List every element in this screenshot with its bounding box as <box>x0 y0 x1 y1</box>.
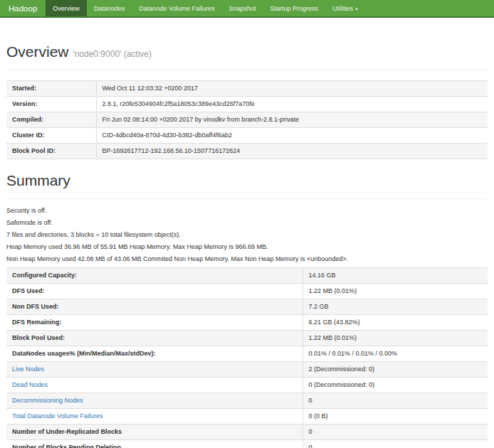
namenode-address-subtitle: 'node0:9000' (active) <box>73 49 152 59</box>
table-row-non-dfs-used: Non DFS Used: 7.2 GB <box>6 299 488 315</box>
row-value: 0.01% / 0.01% / 0.01% / 0.00% <box>303 346 488 362</box>
row-value: CID-4dbcd40a-870d-4d30-b382-db0aff4f6ab2 <box>96 128 488 144</box>
table-row-live-nodes: Live Nodes 2 (Decommissioned: 0) <box>6 362 488 378</box>
table-row-decommissioning-nodes: Decommissioning Nodes 0 <box>6 393 488 409</box>
table-row-dead-nodes: Dead Nodes 0 (Decommissioned: 0) <box>6 378 488 393</box>
tab-utilities-label: Utilities <box>332 5 353 12</box>
row-value: 2.8.1, r20fe5304904fc2f5a18053c389e43cd2… <box>96 97 488 112</box>
row-value: Fri Jun 02 08:14:00 +0200 2017 by vinodk… <box>96 112 488 128</box>
divider <box>6 70 488 70</box>
top-navbar: Hadoop Overview Datanodes Datanode Volum… <box>0 0 494 18</box>
live-nodes-link[interactable]: Live Nodes <box>12 366 44 373</box>
summary-heading: Summary <box>6 172 488 189</box>
row-label: Block Pool ID: <box>6 144 96 159</box>
row-value: 1.22 MB (0.01%) <box>303 331 488 346</box>
safemode-status-text: Safemode is off. <box>6 219 488 227</box>
summary-title: Summary <box>6 172 70 188</box>
heap-memory-text: Heap Memory used 36.96 MB of 55.91 MB He… <box>6 243 488 251</box>
row-value: 0 (Decommissioned: 0) <box>303 378 488 393</box>
row-label: Total Datanode Volume Failures <box>6 409 303 425</box>
overview-info-table: Started: Wed Oct 11 12:03:32 +0200 2017 … <box>6 80 488 159</box>
row-value: 0 <box>303 440 488 448</box>
table-row-block-pool-used: Block Pool Used: 1.22 MB (0.01%) <box>6 331 488 346</box>
row-value: 0 (0 B) <box>303 409 488 425</box>
row-label: Started: <box>6 81 96 97</box>
row-label: Compiled: <box>6 112 96 128</box>
caret-down-icon: ▾ <box>355 6 358 11</box>
total-datanode-volume-failures-link[interactable]: Total Datanode Volume Failures <box>12 412 103 420</box>
row-value: 7.2 GB <box>303 299 488 315</box>
row-label: Number of Under-Replicated Blocks <box>6 425 303 440</box>
brand-hadoop[interactable]: Hadoop <box>6 0 46 16</box>
row-value: 6.21 GB (43.82%) <box>303 315 488 331</box>
decommissioning-nodes-link[interactable]: Decommissioning Nodes <box>12 397 83 404</box>
tab-overview[interactable]: Overview <box>46 0 87 16</box>
tab-datanode-volume-failures[interactable]: Datanode Volume Failures <box>132 0 221 16</box>
table-row-block-pool-id: Block Pool ID: BP-1692617712-192.168.56.… <box>6 144 488 159</box>
row-value: 0 <box>303 425 488 440</box>
row-label: DFS Remaining: <box>6 315 303 331</box>
tab-startup-progress[interactable]: Startup Progress <box>263 0 325 16</box>
row-value: 0 <box>303 393 488 409</box>
row-label: Number of Blocks Pending Deletion <box>6 440 303 448</box>
table-row-compiled: Compiled: Fri Jun 02 08:14:00 +0200 2017… <box>6 112 488 128</box>
row-label: Dead Nodes <box>6 378 303 393</box>
table-row-datanode-usages: DataNodes usages% (Min/Median/Max/stdDev… <box>6 346 488 362</box>
row-label: Live Nodes <box>6 362 303 378</box>
row-value: BP-1692617712-192.168.56.10-150771617262… <box>96 144 488 159</box>
security-status-text: Security is off. <box>6 207 488 215</box>
table-row-dfs-remaining: DFS Remaining: 6.21 GB (43.82%) <box>6 315 488 331</box>
row-value: Wed Oct 11 12:03:32 +0200 2017 <box>96 81 488 97</box>
row-label: Block Pool Used: <box>6 331 303 346</box>
row-value: 14.16 GB <box>303 268 488 284</box>
row-value: 2 (Decommissioned: 0) <box>303 362 488 378</box>
row-label: Non DFS Used: <box>6 299 303 315</box>
table-row-blocks-pending-deletion: Number of Blocks Pending Deletion 0 <box>6 440 488 448</box>
row-value: 1.22 MB (0.01%) <box>303 284 488 299</box>
table-row-cluster-id: Cluster ID: CID-4dbcd40a-870d-4d30-b382-… <box>6 128 488 144</box>
row-label: DFS Used: <box>6 284 303 299</box>
tab-snapshot[interactable]: Snapshot <box>221 0 263 16</box>
divider <box>6 198 488 199</box>
row-label: DataNodes usages% (Min/Median/Max/stdDev… <box>6 346 303 362</box>
overview-title: Overview <box>6 43 69 60</box>
tab-datanodes[interactable]: Datanodes <box>87 0 132 16</box>
tab-utilities-dropdown[interactable]: Utilities▾ <box>325 0 365 16</box>
overview-heading: Overview 'node0:9000' (active) <box>6 43 488 60</box>
filesystem-objects-text: 7 files and directories, 3 blocks = 10 t… <box>6 231 488 239</box>
table-row-started: Started: Wed Oct 11 12:03:32 +0200 2017 <box>6 81 488 97</box>
row-label: Decommissioning Nodes <box>6 393 303 409</box>
table-row-version: Version: 2.8.1, r20fe5304904fc2f5a18053c… <box>6 97 488 112</box>
row-label: Version: <box>6 97 96 112</box>
row-label: Configured Capacity: <box>6 268 303 284</box>
summary-table: Configured Capacity: 14.16 GB DFS Used: … <box>6 267 488 448</box>
row-label: Cluster ID: <box>6 128 96 144</box>
table-row-under-replicated-blocks: Number of Under-Replicated Blocks 0 <box>6 425 488 440</box>
table-row-dfs-used: DFS Used: 1.22 MB (0.01%) <box>6 284 488 299</box>
table-row-configured-capacity: Configured Capacity: 14.16 GB <box>6 268 488 284</box>
page-content: Overview 'node0:9000' (active) Started: … <box>0 43 494 448</box>
dead-nodes-link[interactable]: Dead Nodes <box>12 381 48 388</box>
table-row-volume-failures: Total Datanode Volume Failures 0 (0 B) <box>6 409 488 425</box>
non-heap-memory-text: Non Heap Memory used 42.08 MB of 43.06 M… <box>6 255 488 263</box>
